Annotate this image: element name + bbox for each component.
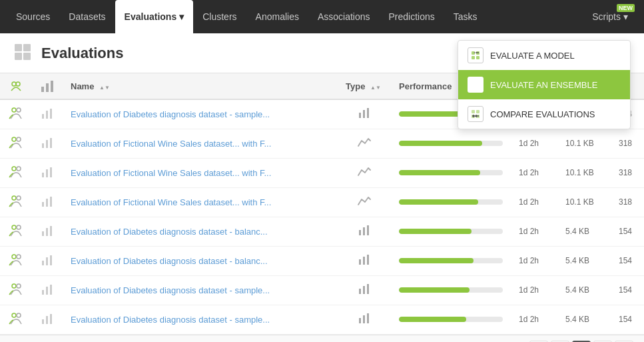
nav-anomalies[interactable]: Anomalies <box>246 0 308 33</box>
svg-rect-2 <box>15 53 22 60</box>
nav-sources[interactable]: Sources <box>7 0 59 33</box>
row-size-cell: 10.1 KB <box>557 158 611 187</box>
svg-rect-37 <box>367 108 369 118</box>
svg-rect-34 <box>50 109 52 119</box>
row-type-cell <box>338 305 391 334</box>
row-type-cell <box>338 99 391 129</box>
row-count-cell: 154 <box>611 246 644 275</box>
nav-datasets[interactable]: Datasets <box>59 0 115 33</box>
svg-point-38 <box>12 137 16 141</box>
row-count-cell: 318 <box>611 187 644 217</box>
compare-evaluations-icon <box>468 106 483 122</box>
svg-rect-64 <box>46 257 48 265</box>
svg-rect-33 <box>46 111 48 119</box>
col-name-header[interactable]: Name ▲▼ <box>63 73 338 99</box>
evaluation-name-link[interactable]: Evaluation of Fictional Wine Sales datas… <box>71 139 271 149</box>
evaluation-name-link[interactable]: Evaluation of Diabetes diagnosis dataset… <box>71 227 268 237</box>
col-type-header[interactable]: Type ▲▼ <box>338 73 391 99</box>
svg-rect-66 <box>359 259 361 265</box>
svg-rect-32 <box>42 114 44 119</box>
nav-tasks-label: Tasks <box>454 11 478 22</box>
row-time-cell: 1d 2h <box>511 129 557 158</box>
row-name-cell: Evaluation of Diabetes diagnosis dataset… <box>63 99 338 129</box>
col-icon2 <box>32 73 63 99</box>
row-perf-cell <box>391 246 511 275</box>
svg-rect-12 <box>472 81 475 84</box>
name-sort-icon: ▲▼ <box>99 85 110 91</box>
svg-rect-67 <box>363 257 365 265</box>
performance-bar <box>399 199 503 205</box>
row-time-cell: 1d 2h <box>511 246 557 275</box>
nav-predictions-label: Predictions <box>389 11 435 22</box>
nav-associations[interactable]: Associations <box>308 0 380 33</box>
svg-rect-50 <box>42 202 44 207</box>
row-perf-cell <box>391 187 511 217</box>
row-perf-cell <box>391 217 511 246</box>
svg-rect-47 <box>50 167 52 177</box>
evaluation-name-link[interactable]: Evaluation of Fictional Wine Sales datas… <box>71 197 271 207</box>
perf-bar-fill <box>399 258 474 263</box>
svg-rect-1 <box>23 44 31 51</box>
row-time-cell: 1d 2h <box>511 305 557 334</box>
svg-rect-18 <box>472 110 475 113</box>
nav-clusters[interactable]: Clusters <box>193 0 246 33</box>
row-count-cell: 154 <box>611 217 644 246</box>
svg-rect-46 <box>46 169 48 177</box>
nav-evaluations[interactable]: Evaluations ▾ <box>115 0 194 33</box>
action-dropdown-menu: EVALUATE A MODEL EVALUATE AN ENSEMBLE <box>458 40 631 129</box>
svg-rect-58 <box>359 230 361 235</box>
svg-rect-68 <box>367 255 369 265</box>
svg-point-62 <box>17 255 21 259</box>
row-chart-icon-cell <box>32 158 63 187</box>
row-person-icon-cell <box>0 305 32 334</box>
performance-bar <box>399 141 503 146</box>
svg-rect-80 <box>46 316 48 324</box>
row-type-cell <box>338 217 391 246</box>
top-navigation: Sources Datasets Evaluations ▾ Clusters … <box>0 0 644 33</box>
row-chart-icon-cell <box>32 275 63 305</box>
table-row: Evaluation of Diabetes diagnosis dataset… <box>0 275 644 305</box>
nav-anomalies-label: Anomalies <box>256 11 299 22</box>
svg-point-69 <box>12 284 16 288</box>
row-time-cell: 1d 2h <box>511 187 557 217</box>
nav-tasks[interactable]: Tasks <box>444 0 487 33</box>
nav-predictions[interactable]: Predictions <box>380 0 444 33</box>
perf-bar-fill <box>399 170 480 175</box>
evaluate-ensemble-option[interactable]: EVALUATE AN ENSEMBLE <box>458 70 630 99</box>
svg-rect-81 <box>50 314 52 324</box>
row-size-cell: 5.4 KB <box>557 217 611 246</box>
evaluation-name-link[interactable]: Evaluation of Diabetes diagnosis dataset… <box>71 285 270 295</box>
svg-point-48 <box>12 196 16 200</box>
evaluation-name-link[interactable]: Evaluation of Diabetes diagnosis dataset… <box>71 109 270 119</box>
performance-bar <box>399 170 503 175</box>
row-type-cell <box>338 187 391 217</box>
row-chart-icon-cell <box>32 305 63 334</box>
table-footer: Show 10 25 50 evaluations 1 to 8 of 8 ev… <box>0 335 644 343</box>
row-size-cell: 5.4 KB <box>557 305 611 334</box>
row-name-cell: Evaluation of Diabetes diagnosis dataset… <box>63 305 338 334</box>
svg-point-31 <box>17 108 21 112</box>
svg-point-44 <box>17 167 21 171</box>
compare-evaluations-option[interactable]: COMPARE EVALUATIONS <box>458 99 630 129</box>
svg-rect-55 <box>42 231 44 236</box>
row-person-icon-cell <box>0 158 32 187</box>
evaluation-name-link[interactable]: Evaluation of Diabetes diagnosis dataset… <box>71 315 270 325</box>
svg-rect-13 <box>476 81 480 84</box>
evaluate-model-option[interactable]: EVALUATE A MODEL <box>458 41 630 70</box>
svg-rect-15 <box>476 85 480 89</box>
evaluation-name-link[interactable]: Evaluation of Diabetes diagnosis dataset… <box>71 256 268 266</box>
scripts-button[interactable]: Scripts ▾ NEW <box>583 0 637 33</box>
svg-rect-84 <box>367 313 369 323</box>
svg-rect-83 <box>363 315 365 323</box>
nav-clusters-label: Clusters <box>202 11 236 22</box>
perf-bar-background <box>399 199 503 205</box>
row-person-icon-cell <box>0 187 32 217</box>
evaluate-model-icon <box>468 47 483 63</box>
svg-rect-52 <box>50 197 52 207</box>
evaluation-name-link[interactable]: Evaluation of Fictional Wine Sales datas… <box>71 168 271 178</box>
row-person-icon-cell <box>0 217 32 246</box>
row-type-cell <box>338 246 391 275</box>
svg-rect-8 <box>472 56 475 59</box>
row-count-cell: 154 <box>611 305 644 334</box>
svg-point-25 <box>12 82 16 86</box>
